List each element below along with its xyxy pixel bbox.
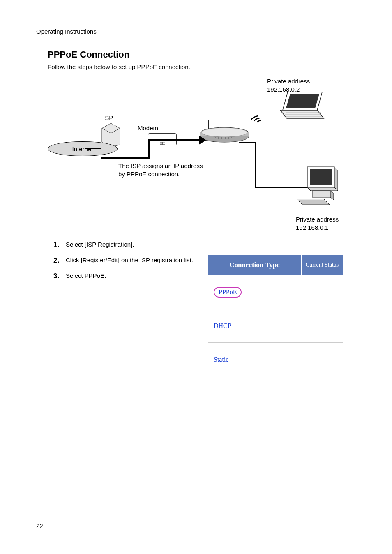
intro-text: Follow the steps below to set up PPPoE c… <box>48 63 190 70</box>
pppoe-highlight-circle: PPPoE <box>214 287 242 298</box>
section-title: PPPoE Connection <box>48 49 129 60</box>
svg-marker-1 <box>286 94 319 108</box>
running-header: Operating Instructions <box>36 28 97 35</box>
step-2: 2. Click [Register/Edit] on the ISP regi… <box>53 256 210 265</box>
row-label: DHCP <box>214 322 231 330</box>
step-1: 1. Select [ISP Registration]. <box>53 240 210 250</box>
table-row-pppoe[interactable]: PPPoE <box>208 275 343 309</box>
header-current-status: Current Status <box>302 255 343 275</box>
table-row-dhcp[interactable]: DHCP <box>208 309 343 342</box>
router-icon <box>200 118 253 143</box>
step-text: Click [Register/Edit] on the ISP registr… <box>66 256 193 265</box>
table-header-row: Connection Type Current Status <box>208 255 343 275</box>
assign-line1: The ISP assigns an IP address <box>118 162 203 169</box>
row-label: PPPoE <box>219 289 237 295</box>
connection-type-table: Connection Type Current Status PPPoE DHC… <box>208 255 343 376</box>
row-label: Static <box>214 356 228 363</box>
diagram-line <box>239 142 255 143</box>
modem-label: Modem <box>138 125 158 132</box>
header-connection-type: Connection Type <box>208 255 302 275</box>
isp-label: ISP <box>103 114 113 121</box>
step-text: Select [ISP Registration]. <box>66 240 134 250</box>
diagram-line <box>255 142 256 187</box>
svg-marker-28 <box>330 191 334 200</box>
svg-rect-27 <box>312 191 330 197</box>
step-number: 2. <box>53 256 66 265</box>
steps-list: 1. Select [ISP Registration]. 2. Click [… <box>53 240 210 286</box>
assign-line2: by PPPoE connection. <box>118 171 180 178</box>
step-text: Select PPPoE. <box>66 271 106 281</box>
header-rule <box>36 37 356 37</box>
isp-assign-caption: The ISP assigns an IP address by PPPoE c… <box>118 162 203 178</box>
diagram-line <box>85 148 101 149</box>
diagram-thick-line <box>148 139 201 141</box>
diagram-arrowhead <box>199 136 206 145</box>
page-number: 22 <box>36 522 43 529</box>
diagram-thick-line <box>101 157 150 159</box>
private-bottom-label: Private address <box>296 216 339 223</box>
private-bottom-ip: 192.168.0.1 <box>296 224 328 231</box>
step-number: 1. <box>53 240 66 250</box>
svg-marker-25 <box>334 167 338 191</box>
step-3: 3. Select PPPoE. <box>53 271 210 281</box>
table-row-static[interactable]: Static <box>208 342 343 376</box>
diagram-thick-line <box>148 139 150 159</box>
internet-label: Internet <box>72 145 93 152</box>
laptop-icon <box>278 90 327 122</box>
svg-marker-24 <box>310 169 332 185</box>
desktop-icon <box>293 165 339 206</box>
private-address-bottom: Private address 192.168.0.1 <box>296 215 339 231</box>
svg-marker-26 <box>307 187 338 191</box>
network-diagram: Private address 192.168.0.2 ISP Modem ▯▯… <box>48 73 357 233</box>
internet-oval: Internet <box>48 141 118 156</box>
private-top-label: Private address <box>267 78 310 85</box>
svg-point-14 <box>201 128 247 137</box>
step-number: 3. <box>53 271 66 281</box>
